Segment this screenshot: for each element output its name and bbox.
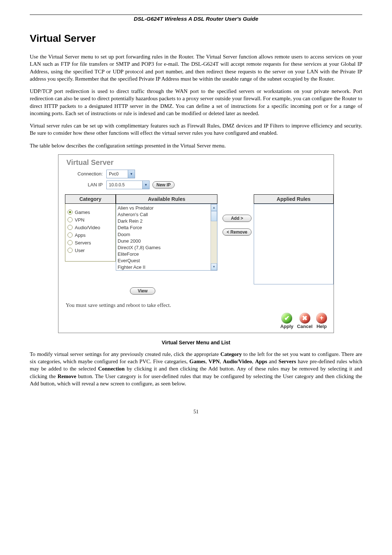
page-number: 51: [30, 409, 362, 415]
new-ip-button[interactable]: New IP: [152, 181, 175, 189]
list-item[interactable]: Alien vs Predator: [118, 205, 209, 211]
intro-para-3: Virtual server rules can be set up with …: [30, 122, 362, 137]
plus-icon: +: [316, 313, 327, 324]
connection-value: Pvc0: [107, 171, 128, 177]
apply-label: Apply: [280, 324, 293, 329]
connection-label: Connection:: [66, 171, 106, 177]
list-item[interactable]: Fighter Ace II: [118, 264, 209, 270]
list-item[interactable]: EliteForce: [118, 251, 209, 258]
list-item[interactable]: DirectX (7,8) Games: [118, 244, 209, 251]
category-vpn[interactable]: VPN: [68, 217, 113, 223]
category-label: Audio/Video: [75, 225, 100, 230]
connection-select[interactable]: Pvc0 ▼: [106, 170, 135, 178]
available-rules-listbox[interactable]: Alien vs PredatorAsheron's CallDark Rein…: [116, 204, 217, 271]
figure-caption: Virtual Server Menu and List: [30, 340, 362, 345]
chevron-down-icon: ▼: [128, 170, 135, 178]
category-games[interactable]: Games: [68, 210, 113, 215]
closing-para: To modify virtual server settings for an…: [30, 351, 362, 387]
category-label: Apps: [75, 232, 86, 238]
help-label: Help: [317, 324, 327, 329]
list-item[interactable]: Delta Force: [118, 224, 209, 231]
panel-title: Virtual Server: [63, 158, 329, 167]
chevron-down-icon: ▼: [142, 181, 149, 189]
list-item[interactable]: EverQuest: [118, 258, 209, 264]
cross-icon: ✖: [299, 313, 310, 324]
lanip-label: LAN IP: [66, 182, 106, 187]
remove-button[interactable]: < Remove: [222, 228, 252, 236]
cancel-label: Cancel: [297, 324, 313, 329]
category-list: GamesVPNAudio/VideoAppsServersUser: [65, 204, 116, 262]
radio-icon: [68, 210, 73, 215]
view-button[interactable]: View: [130, 287, 155, 295]
scroll-thumb[interactable]: [211, 211, 217, 221]
virtual-server-panel: Virtual Server Connection: Pvc0 ▼ LAN IP…: [58, 154, 334, 333]
radio-icon: [68, 225, 73, 230]
list-item[interactable]: Dune 2000: [118, 238, 209, 244]
available-rules-header: Available Rules: [116, 194, 217, 204]
intro-para-1: Use the Virtual Server menu to set up po…: [30, 53, 362, 82]
apply-button[interactable]: ✔ Apply: [280, 313, 293, 329]
scroll-up-icon[interactable]: ▲: [211, 204, 217, 211]
check-icon: ✔: [281, 313, 292, 324]
list-item[interactable]: Doom: [118, 231, 209, 238]
list-item[interactable]: Dark Rein 2: [118, 218, 209, 224]
category-servers[interactable]: Servers: [68, 240, 113, 246]
cancel-button[interactable]: ✖ Cancel: [297, 313, 313, 329]
radio-icon: [68, 240, 73, 245]
save-reboot-note: You must save settings and reboot to tak…: [66, 302, 329, 308]
category-label: Servers: [75, 240, 91, 246]
applied-rules-header: Applied Rules: [254, 194, 334, 204]
category-apps[interactable]: Apps: [68, 232, 113, 238]
add-button[interactable]: Add >: [222, 215, 252, 222]
intro-para-4: The table below describes the configurat…: [30, 142, 362, 149]
scroll-down-icon[interactable]: ▼: [211, 263, 217, 270]
list-item[interactable]: Asheron's Call: [118, 211, 209, 218]
lanip-select[interactable]: 10.0.0.5 ▼: [106, 181, 150, 189]
guide-title: DSL-G624T Wireless A DSL Router User's G…: [30, 16, 362, 22]
category-label: VPN: [75, 217, 85, 223]
applied-rules-listbox[interactable]: [254, 204, 334, 284]
category-label: User: [75, 248, 85, 253]
radio-icon: [68, 248, 73, 253]
radio-icon: [68, 232, 73, 238]
category-audiovideo[interactable]: Audio/Video: [68, 225, 113, 230]
category-user[interactable]: User: [68, 248, 113, 253]
intro-para-2: UDP/TCP port redirection is used to dire…: [30, 88, 362, 117]
radio-icon: [68, 217, 73, 222]
page-heading: Virtual Server: [30, 33, 362, 44]
category-label: Games: [75, 210, 90, 215]
scrollbar[interactable]: ▲ ▼: [211, 204, 217, 270]
help-button[interactable]: + Help: [316, 313, 327, 329]
category-header: Category: [65, 194, 116, 204]
lanip-value: 10.0.0.5: [107, 182, 142, 187]
